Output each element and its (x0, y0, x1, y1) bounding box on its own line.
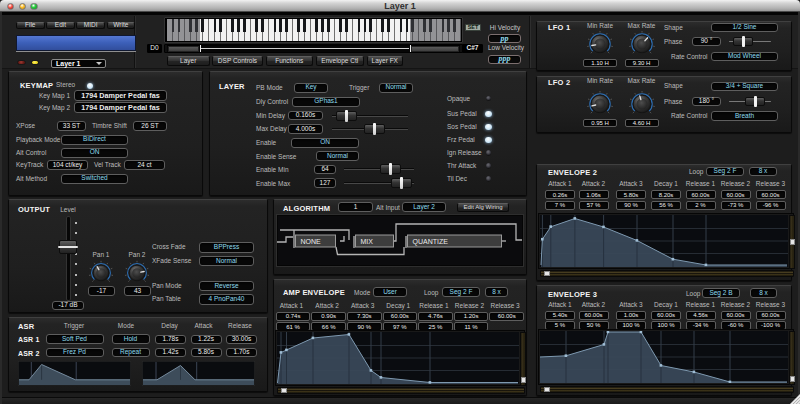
svg-text:NONE: NONE (301, 238, 322, 245)
svg-text:QUANTIZE: QUANTIZE (413, 238, 449, 246)
svg-text:MIX: MIX (361, 238, 374, 245)
